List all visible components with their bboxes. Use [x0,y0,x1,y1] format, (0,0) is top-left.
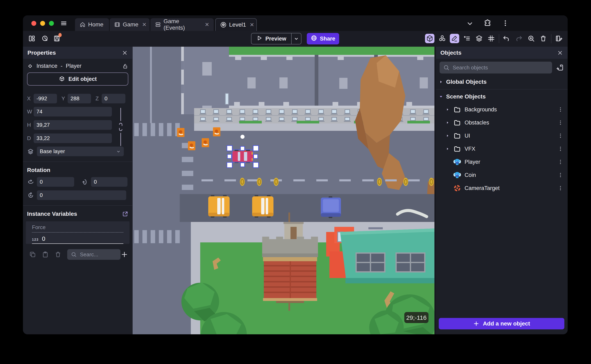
add-new-object-button[interactable]: Add a new object [439,318,564,329]
object-item-obstacles[interactable]: Obstacles [436,116,568,129]
kebab-menu-icon[interactable] [558,146,564,152]
traffic-close-button[interactable] [31,21,36,26]
scene-canvas[interactable]: 29;-116 [133,47,434,334]
close-icon[interactable]: ✕ [250,22,254,28]
section-global-objects[interactable]: Global Objects [436,76,568,88]
kebab-menu-icon[interactable] [502,20,509,28]
rotation-y-input[interactable] [91,177,127,187]
add-new-object-label: Add a new object [483,320,530,327]
objects-cubes-icon[interactable] [438,34,447,43]
window-chevron-down-icon[interactable] [466,20,474,28]
size-link-column[interactable] [118,107,123,148]
tab-home[interactable]: Home [75,18,109,31]
width-input[interactable] [33,107,112,117]
grid-icon[interactable] [486,34,496,43]
properties-panel: Properties Instance - Player Edit object… [23,47,132,334]
panel-title: Properties [27,50,56,56]
add-variable-plus-icon[interactable] [120,251,128,258]
d-label: D [27,135,33,142]
close-icon[interactable]: ✕ [142,21,146,28]
history-icon[interactable] [40,34,50,43]
object-label: CameraTarget [465,185,500,191]
object-item-cameratarget[interactable]: CameraTarget [436,182,568,195]
objects-search[interactable] [439,62,552,73]
object-item-ui[interactable]: UI [436,129,568,142]
y-input[interactable] [68,94,91,103]
rotate-z-icon [27,192,34,199]
variable-row[interactable]: Force 123 0 [26,221,130,244]
external-link-icon[interactable] [122,211,128,217]
caret-right-icon [439,80,443,84]
add-folder-icon[interactable] [556,64,564,72]
object-item-player[interactable]: Player [436,155,568,169]
edit-mode-pencil-icon[interactable] [450,34,459,43]
rotate-x-icon [27,178,34,186]
layers-icon[interactable] [474,34,484,43]
divider [551,34,551,43]
player-car[interactable] [232,150,253,163]
variables-search-input[interactable] [80,251,117,258]
preview-main[interactable]: Preview [252,33,291,44]
close-icon[interactable]: ✕ [205,21,209,28]
objects-panel: Objects Global Objects Scene Objects Bac… [436,47,568,334]
kebab-menu-icon[interactable] [558,159,564,165]
tab-game[interactable]: Game ✕ [110,18,150,31]
layer-select[interactable]: Base layer [37,147,124,156]
extensions-icon[interactable] [483,19,491,28]
zoom-in-icon[interactable] [526,34,536,43]
3d-model-icon [453,171,461,179]
tab-level1[interactable]: Level1 ✕ [215,18,257,31]
instances-list-icon[interactable] [462,34,472,43]
divider [23,205,132,206]
objects-search-input[interactable] [452,64,548,71]
preview-options-chevron[interactable] [292,33,301,44]
tab-game-events[interactable]: Game (Events) ✕ [150,18,214,31]
edit-events-icon[interactable] [554,34,564,43]
main-menu-icon[interactable] [60,20,67,27]
rotation-z-input[interactable] [37,190,126,200]
unlock-icon[interactable] [122,63,128,69]
tab-label: Home [88,21,104,28]
save-icon[interactable] [52,34,62,43]
share-button[interactable]: Share [307,33,339,45]
events-icon [155,21,161,28]
paste-icon[interactable] [42,251,49,258]
h-label: H [27,122,33,128]
trash-icon[interactable] [54,251,61,258]
z-input[interactable] [102,94,126,103]
panel-title: Objects [440,50,461,56]
kebab-menu-icon[interactable] [558,185,564,191]
lane-line [150,47,152,123]
traffic-zoom-button[interactable] [49,21,54,26]
section-scene-objects[interactable]: Scene Objects [436,90,568,103]
kebab-menu-icon[interactable] [558,172,564,178]
copy-icon[interactable] [29,251,36,258]
redo-icon[interactable] [514,34,524,43]
rotation-handle[interactable] [240,135,245,139]
depth-input[interactable] [33,133,112,143]
close-icon[interactable] [122,50,128,56]
traffic-minimize-button[interactable] [40,21,45,26]
x-input[interactable] [33,94,57,103]
kebab-menu-icon[interactable] [558,120,564,126]
play-icon [256,35,263,43]
undo-icon[interactable] [501,34,511,43]
edit-object-button[interactable]: Edit object [27,72,128,85]
view-3d-icon[interactable] [425,34,434,43]
object-item-backgrounds[interactable]: Backgrounds [436,103,568,116]
trash-icon[interactable] [538,34,548,43]
app-window: Home Game ✕ Game (Events) ✕ Level1 ✕ [23,15,568,334]
layout-panels-icon[interactable] [27,34,36,43]
object-item-vfx[interactable]: VFX [436,142,568,155]
w-label: W [27,109,33,115]
rotation-x-input[interactable] [37,177,74,187]
close-icon[interactable] [557,50,563,56]
kebab-menu-icon[interactable] [558,106,564,113]
object-item-coin[interactable]: Coin [436,169,568,182]
variables-search[interactable] [67,249,120,260]
preview-button[interactable]: Preview [251,33,301,45]
height-input[interactable] [33,120,112,130]
kebab-menu-icon[interactable] [558,133,564,139]
variable-value[interactable]: 0 [42,235,45,242]
variable-name[interactable]: Force [32,224,123,233]
